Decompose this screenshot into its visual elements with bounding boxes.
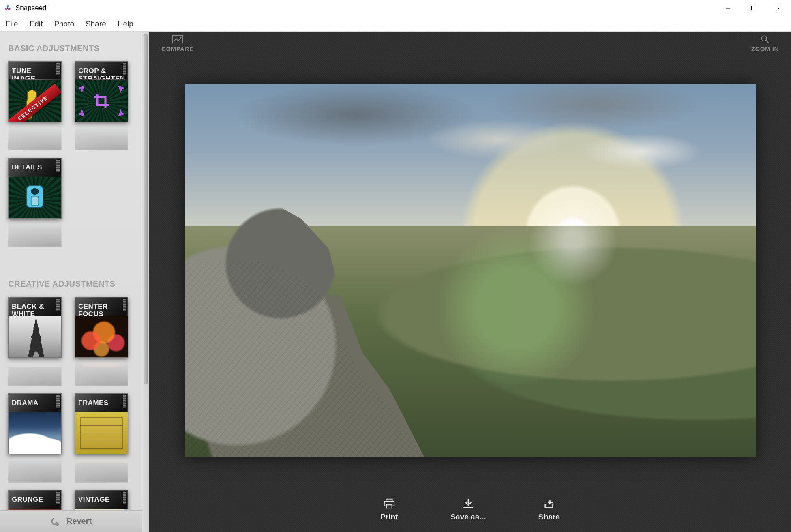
tile-grunge[interactable]: GRUNGE [8, 490, 62, 510]
window-minimize-button[interactable] [716, 0, 741, 16]
svg-point-17 [180, 37, 181, 39]
window-title: Snapseed [15, 4, 47, 12]
svg-point-12 [31, 188, 39, 195]
tile-tune-image[interactable]: TUNE IMAGE SELECTIVE [8, 61, 62, 122]
tile-label: FRAMES [78, 399, 120, 407]
eiffel-icon [20, 317, 52, 357]
print-label: Print [380, 513, 398, 521]
tile-label: GRUNGE [12, 496, 54, 504]
compare-label: COMPARE [161, 45, 194, 52]
undo-icon [50, 517, 62, 526]
tile-black-white[interactable]: BLACK & WHITE [8, 297, 62, 358]
tile-label: DETAILS [12, 164, 54, 172]
share-button[interactable]: Share [538, 498, 560, 521]
share-icon [543, 498, 555, 509]
share-label: Share [538, 513, 560, 521]
tile-vintage[interactable]: VINTAGE bourbon [75, 490, 128, 510]
sidebar: BASIC ADJUSTMENTS TUNE IMAGE [0, 32, 142, 532]
download-icon [462, 498, 474, 509]
zoom-label: ZOOM IN [751, 45, 779, 52]
compare-icon [171, 35, 184, 44]
revert-button[interactable]: Revert [0, 510, 142, 532]
tile-drama[interactable]: DRAMA [8, 393, 62, 454]
print-icon [383, 498, 395, 509]
crop-icon [92, 92, 110, 110]
maximize-icon [751, 6, 756, 11]
magnifier-icon [759, 35, 771, 44]
svg-point-0 [7, 7, 8, 9]
sidebar-scrollbar[interactable] [142, 32, 149, 532]
menu-photo[interactable]: Photo [48, 16, 80, 31]
save-label: Save as... [450, 513, 486, 521]
tile-crop-straighten[interactable]: CROP & STRAIGHTEN ➤ ➤ ➤ ➤ [75, 61, 128, 122]
menubar: File Edit Photo Share Help [0, 16, 791, 32]
compare-button[interactable]: COMPARE [161, 35, 194, 52]
section-heading-creative: CREATIVE ADJUSTMENTS [8, 279, 134, 289]
window-titlebar: Snapseed [0, 0, 791, 16]
tile-label: VINTAGE [78, 496, 120, 504]
tile-frames[interactable]: FRAMES [75, 393, 128, 454]
workspace: COMPARE ZOOM IN [149, 32, 791, 532]
menu-help[interactable]: Help [112, 16, 139, 31]
zoom-in-button[interactable]: ZOOM IN [751, 35, 779, 52]
tile-label: DRAMA [12, 399, 54, 407]
photo-canvas[interactable] [185, 84, 756, 457]
scrollbar-thumb[interactable] [144, 34, 148, 384]
sharpener-icon [24, 183, 45, 210]
print-button[interactable]: Print [380, 498, 398, 521]
section-heading-basic: BASIC ADJUSTMENTS [8, 44, 134, 53]
svg-rect-21 [384, 501, 394, 506]
tile-details[interactable]: DETAILS [8, 158, 62, 219]
svg-line-19 [766, 40, 768, 43]
menu-file[interactable]: File [0, 16, 24, 31]
svg-rect-13 [31, 196, 39, 205]
tile-center-focus[interactable]: CENTER FOCUS [75, 297, 128, 358]
svg-point-4 [7, 5, 9, 7]
window-maximize-button[interactable] [741, 0, 766, 16]
svg-rect-8 [752, 6, 755, 10]
menu-share[interactable]: Share [80, 16, 112, 31]
window-close-button[interactable] [766, 0, 791, 16]
save-as-button[interactable]: Save as... [450, 498, 486, 521]
close-icon [776, 6, 781, 11]
svg-rect-16 [172, 36, 183, 43]
minimize-icon [726, 6, 731, 11]
revert-label: Revert [66, 517, 92, 526]
menu-edit[interactable]: Edit [24, 16, 49, 31]
app-icon [4, 4, 11, 12]
